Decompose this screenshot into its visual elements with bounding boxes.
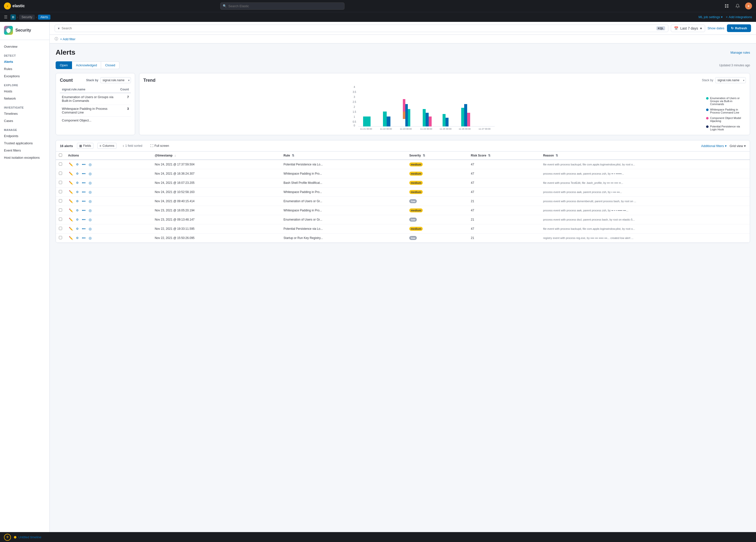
investigate-icon-5[interactable]: ⚙	[75, 208, 80, 213]
more-icon-3[interactable]: •••	[81, 189, 86, 195]
row-check-1[interactable]	[59, 172, 62, 175]
sidebar-item-timelines[interactable]: Timelines	[0, 110, 49, 117]
status-icon-0[interactable]: ◎	[87, 162, 93, 167]
add-integrations-button[interactable]: + Add integrations	[726, 15, 752, 19]
sidebar-item-event-filters[interactable]: Event filters	[0, 147, 49, 154]
status-icon-3[interactable]: ◎	[87, 189, 93, 195]
edit-icon-4[interactable]: ✏️	[68, 198, 74, 204]
investigate-icon-7[interactable]: ⚙	[75, 226, 80, 232]
bell-icon[interactable]	[734, 2, 741, 9]
count-row-0[interactable]: Enumeration of Users or Groups via Built…	[60, 93, 131, 105]
breadcrumb-security[interactable]: Security	[19, 15, 35, 20]
sidebar-item-overview[interactable]: Overview	[0, 43, 49, 50]
search-filter-area[interactable]: ▾ KQL	[55, 25, 668, 32]
trend-stack-by-select[interactable]: signal.rule.name	[715, 77, 746, 83]
row-check-4[interactable]	[59, 199, 62, 202]
row-check-6[interactable]	[59, 218, 62, 221]
edit-icon-7[interactable]: ✏️	[68, 226, 74, 232]
investigate-icon-0[interactable]: ⚙	[75, 162, 80, 167]
refresh-button[interactable]: ↻ Refresh	[727, 24, 751, 32]
more-icon-1[interactable]: •••	[81, 171, 86, 176]
edit-icon-0[interactable]: ✏️	[68, 162, 74, 167]
add-filter-button[interactable]: + Add filter	[60, 37, 76, 41]
investigate-icon-8[interactable]: ⚙	[75, 235, 80, 241]
ml-settings-button[interactable]: ML job settings ▾	[699, 15, 723, 19]
search-input[interactable]	[220, 2, 344, 10]
timeline-add-button[interactable]: +	[4, 534, 11, 541]
edit-icon-8[interactable]: ✏️	[68, 235, 74, 241]
info-circle-icon[interactable]: ⓘ	[55, 37, 58, 41]
sidebar-item-hosts[interactable]: Hosts	[0, 88, 49, 95]
sorted-button[interactable]: ↕ 1 field sorted	[120, 143, 144, 149]
row-check-3[interactable]	[59, 190, 62, 193]
select-all-checkbox[interactable]	[59, 154, 62, 157]
more-icon-4[interactable]: •••	[81, 198, 86, 204]
status-icon-4[interactable]: ◎	[87, 198, 93, 204]
grid-icon[interactable]	[723, 2, 730, 9]
more-icon-2[interactable]: •••	[81, 180, 86, 186]
tab-open[interactable]: Open	[56, 61, 72, 69]
breadcrumb-alerts[interactable]: Alerts	[38, 15, 51, 20]
sidebar-item-rules[interactable]: Rules	[0, 65, 49, 73]
sidebar-item-alerts[interactable]: Alerts	[0, 58, 49, 65]
th-timestamp[interactable]: @timestamp ↓	[152, 152, 281, 160]
filter-search-input[interactable]	[62, 26, 654, 30]
additional-filters-button[interactable]: Additional filters ▾	[701, 144, 727, 148]
edit-icon-3[interactable]: ✏️	[68, 189, 74, 195]
columns-button[interactable]: ≡ Columns	[97, 143, 116, 149]
filter-dropdown-icon[interactable]: ▾	[58, 26, 60, 30]
investigate-icon-3[interactable]: ⚙	[75, 189, 80, 195]
row-check-8[interactable]	[59, 236, 62, 239]
investigate-icon-6[interactable]: ⚙	[75, 217, 80, 222]
count-stack-by-select[interactable]: signal.rule.name	[100, 77, 131, 83]
row-check-2[interactable]	[59, 181, 62, 184]
user-avatar[interactable]: e	[745, 2, 752, 9]
tab-acknowledged[interactable]: Acknowledged	[72, 61, 101, 69]
more-icon-6[interactable]: •••	[81, 217, 86, 222]
grid-view-button[interactable]: Grid view ▾	[730, 144, 746, 148]
status-icon-8[interactable]: ◎	[87, 235, 93, 241]
th-actions[interactable]: Actions	[65, 152, 152, 160]
row-check-0[interactable]	[59, 162, 62, 166]
count-row-2[interactable]: Component Object...	[60, 116, 131, 124]
status-icon-7[interactable]: ◎	[87, 226, 93, 232]
sidebar-item-cases[interactable]: Cases	[0, 117, 49, 124]
status-icon-1[interactable]: ◎	[87, 171, 93, 176]
th-severity[interactable]: Severity ⇅	[406, 152, 468, 160]
fullscreen-button[interactable]: ⛶ Full screen	[148, 143, 171, 149]
more-icon-0[interactable]: •••	[81, 162, 86, 167]
timeline-label[interactable]: Untitled timeline	[18, 535, 41, 539]
global-search[interactable]: 🔍	[220, 2, 344, 10]
investigate-icon-1[interactable]: ⚙	[75, 171, 80, 176]
sidebar-item-trusted-apps[interactable]: Trusted applications	[0, 140, 49, 147]
edit-icon-2[interactable]: ✏️	[68, 180, 74, 186]
more-icon-8[interactable]: •••	[81, 235, 86, 241]
row-check-5[interactable]	[59, 208, 62, 212]
th-reason[interactable]: Reason ⇅	[540, 152, 750, 160]
status-icon-5[interactable]: ◎	[87, 208, 93, 213]
sidebar-item-endpoints[interactable]: Endpoints	[0, 132, 49, 140]
row-check-7[interactable]	[59, 227, 62, 230]
more-icon-7[interactable]: •••	[81, 226, 86, 232]
more-icon-5[interactable]: •••	[81, 208, 86, 213]
elastic-logo[interactable]: e elastic	[4, 2, 25, 9]
fields-button[interactable]: ▦ Fields	[77, 143, 93, 149]
sidebar-item-host-isolation[interactable]: Host isolation exceptions	[0, 154, 49, 161]
date-picker[interactable]: 📅 Last 7 days ▾	[671, 25, 705, 32]
count-row-1[interactable]: Whitespace Padding in Process Command Li…	[60, 105, 131, 116]
investigate-icon-4[interactable]: ⚙	[75, 198, 80, 204]
th-rule[interactable]: Rule ⇅	[281, 152, 407, 160]
sidebar-item-exceptions[interactable]: Exceptions	[0, 73, 49, 80]
manage-rules-link[interactable]: Manage rules	[730, 51, 750, 54]
edit-icon-1[interactable]: ✏️	[68, 171, 74, 176]
edit-icon-6[interactable]: ✏️	[68, 217, 74, 222]
th-risk-score[interactable]: Risk Score ⇅	[468, 152, 540, 160]
status-icon-2[interactable]: ◎	[87, 180, 93, 186]
tab-closed[interactable]: Closed	[101, 61, 119, 69]
hamburger-menu[interactable]: ☰	[4, 15, 7, 19]
edit-icon-5[interactable]: ✏️	[68, 208, 74, 213]
show-dates-button[interactable]: Show dates	[708, 26, 724, 30]
investigate-icon-2[interactable]: ⚙	[75, 180, 80, 186]
sidebar-item-network[interactable]: Network	[0, 95, 49, 102]
status-icon-6[interactable]: ◎	[87, 217, 93, 222]
